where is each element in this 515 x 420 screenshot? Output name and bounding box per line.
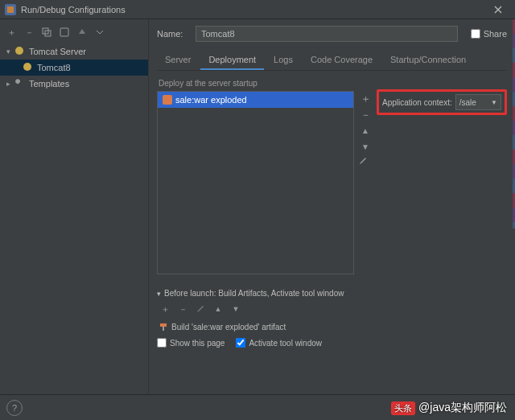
chevron-right-icon: ▸: [6, 80, 14, 88]
before-launch-checks: Show this page Activate tool window: [157, 338, 507, 348]
wrench-icon: [14, 78, 26, 89]
chevron-down-icon: ▾: [6, 47, 14, 56]
app-context-value: /sale: [459, 98, 476, 107]
tab-startup-connection[interactable]: Startup/Connection: [382, 51, 474, 70]
config-tabs: Server Deployment Logs Code Coverage Sta…: [157, 51, 507, 71]
arrow-up-icon: [78, 28, 86, 36]
before-launch-item[interactable]: Build 'sale:war exploded' artifact: [157, 322, 507, 331]
svg-rect-4: [60, 28, 68, 36]
artifact-list[interactable]: sale:war exploded: [157, 91, 354, 274]
window-titlebar: Run/Debug Configurations: [0, 0, 515, 19]
chevron-down-icon: ▾: [157, 290, 161, 298]
bl-down-button[interactable]: ▼: [228, 301, 244, 317]
share-checkbox[interactable]: [471, 29, 480, 39]
remove-artifact-button[interactable]: －: [359, 109, 372, 121]
window-title: Run/Debug Configurations: [21, 5, 486, 14]
watermark-badge: 头条: [391, 401, 415, 415]
svg-rect-9: [163, 327, 164, 331]
hammer-icon: [159, 322, 168, 331]
add-config-button[interactable]: ＋: [3, 24, 19, 40]
main-area: ＋ － ▾ Tomcat Server Tomcat8 ▸ Templates: [0, 19, 515, 394]
copy-icon: [42, 27, 52, 37]
window-close-button[interactable]: [486, 0, 510, 19]
tab-server[interactable]: Server: [157, 51, 199, 70]
move-artifact-down-button[interactable]: ▼: [359, 141, 372, 154]
help-button[interactable]: ?: [6, 400, 23, 416]
watermark-text: @java架构师阿松: [418, 401, 507, 415]
before-launch-item-label: Build 'sale:war exploded' artifact: [171, 323, 286, 331]
config-content: Name: Share Server Deployment Logs Code …: [149, 19, 515, 394]
copy-config-button[interactable]: [39, 24, 55, 40]
before-launch-toolbar: ＋ － ▲ ▼: [157, 301, 507, 317]
svg-point-6: [23, 63, 31, 71]
tree-node-templates[interactable]: ▸ Templates: [0, 76, 148, 92]
svg-rect-7: [163, 95, 172, 105]
watermark: 头条 @java架构师阿松: [391, 401, 507, 415]
tab-code-coverage[interactable]: Code Coverage: [303, 51, 381, 70]
tree-label: Tomcat8: [37, 63, 71, 72]
bl-add-button[interactable]: ＋: [157, 301, 173, 317]
add-artifact-button[interactable]: ＋: [359, 93, 372, 105]
tab-logs[interactable]: Logs: [266, 51, 301, 70]
artifact-icon: [163, 95, 172, 105]
bl-edit-button[interactable]: [192, 301, 208, 317]
expand-icon: [96, 28, 104, 36]
share-label: Share: [484, 29, 507, 39]
name-input[interactable]: [196, 26, 458, 42]
show-page-check[interactable]: Show this page: [157, 338, 225, 348]
tomcat-icon: [14, 46, 26, 57]
tree-node-tomcat-server[interactable]: ▾ Tomcat Server: [0, 43, 148, 60]
svg-rect-8: [160, 323, 167, 327]
tree-node-tomcat8[interactable]: Tomcat8: [0, 60, 148, 76]
save-config-button[interactable]: [56, 24, 72, 40]
name-row: Name: Share: [157, 24, 507, 43]
application-context-highlight: Application context: /sale ▼: [377, 89, 507, 115]
close-icon: [494, 6, 502, 14]
activate-window-checkbox[interactable]: [236, 338, 245, 348]
svg-point-5: [15, 47, 23, 55]
edit-artifact-button[interactable]: [359, 157, 372, 170]
pencil-icon: [359, 157, 367, 165]
pencil-icon: [196, 305, 204, 313]
expand-button[interactable]: [92, 24, 108, 40]
before-launch-header[interactable]: ▾ Before launch: Build Artifacts, Activa…: [157, 289, 507, 298]
save-icon: [60, 27, 69, 37]
deploy-section-label: Deploy at the server startup: [159, 79, 507, 88]
before-launch-title: Before launch: Build Artifacts, Activate…: [164, 289, 344, 298]
artifact-item[interactable]: sale:war exploded: [158, 92, 353, 108]
tree-label: Tomcat Server: [29, 47, 86, 56]
activate-window-check[interactable]: Activate tool window: [236, 338, 322, 348]
app-context-label: Application context:: [382, 98, 452, 107]
tab-deployment[interactable]: Deployment: [200, 51, 264, 70]
chevron-down-icon: ▼: [491, 99, 497, 106]
remove-config-button[interactable]: －: [21, 24, 37, 40]
move-up-button[interactable]: [74, 24, 90, 40]
app-context-dropdown[interactable]: /sale ▼: [455, 94, 501, 110]
artifact-label: sale:war exploded: [175, 95, 247, 105]
tree-label: Templates: [29, 79, 69, 89]
before-launch-section: ▾ Before launch: Build Artifacts, Activa…: [157, 289, 507, 348]
deploy-row: sale:war exploded ＋ － ▲ ▼ Application co…: [157, 91, 507, 274]
svg-rect-1: [7, 6, 14, 13]
sidebar-toolbar: ＋ －: [0, 23, 148, 42]
app-icon: [5, 4, 16, 15]
config-sidebar: ＋ － ▾ Tomcat Server Tomcat8 ▸ Templates: [0, 19, 149, 394]
name-label: Name:: [157, 29, 189, 39]
tomcat-local-icon: [23, 62, 34, 73]
show-page-checkbox[interactable]: [157, 338, 167, 348]
bl-up-button[interactable]: ▲: [210, 301, 226, 317]
share-group: Share: [471, 29, 507, 39]
move-artifact-up-button[interactable]: ▲: [359, 125, 372, 138]
artifact-list-controls: ＋ － ▲ ▼: [359, 91, 372, 274]
config-tree: ▾ Tomcat Server Tomcat8 ▸ Templates: [0, 42, 148, 92]
bl-remove-button[interactable]: －: [175, 301, 191, 317]
